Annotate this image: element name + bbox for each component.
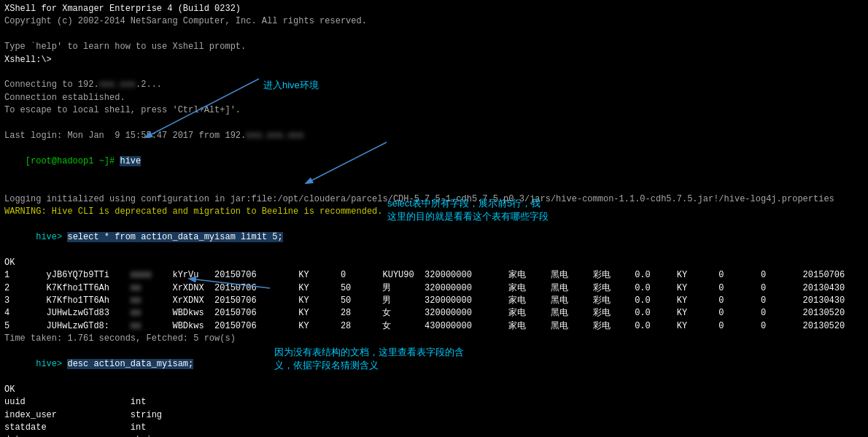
ok-line-2: OK [4, 384, 864, 396]
header-line-4: Xshell:\> [4, 54, 864, 66]
hive-prompt-2: hive> [36, 359, 67, 369]
desc-uuid: uuid int [4, 396, 864, 409]
annotation-enter-hive: 进入hive环境 [263, 79, 319, 92]
time-taken: Time taken: 1.761 seconds, Fetched: 5 ro… [4, 333, 864, 345]
table-row-2: 3 K7Kfho1TT6Ah xx XrXDNX 20150706 KY 50 … [4, 295, 864, 307]
blank-4 [4, 180, 864, 193]
table-row-1: 2 K7Kfho1TT6Ah xx XrXDNX 20150706 KY 50 … [4, 282, 864, 295]
connect-line-3: To escape to local shell, press 'Ctrl+Al… [4, 104, 864, 117]
terminal-window: XShell for Xmanager Enterprise 4 (Build … [0, 0, 868, 437]
annotation-select-line1: select表中所有字段，展示前5行，我 [387, 197, 549, 210]
hive-select-prompt: hive> select * from action_data_myisam l… [4, 219, 864, 257]
ok-line-1: OK [4, 257, 864, 269]
table-row-3: 4 JUHwLzwGTd83 xx WBDkws 20150706 KY 28 … [4, 307, 864, 320]
hive-command: hive [120, 156, 141, 166]
table-row-0: 1 yJB6YQ7b9TTi xxxx kYrVu 20150706 KY 0 … [4, 269, 864, 282]
row5-col3: WBDkws [172, 321, 204, 331]
row3-col3: XrXDNX [172, 295, 204, 306]
row2-uuid: K7Kfho1TT6Ah [47, 283, 109, 293]
annotation-select-line2: 这里的目的就是看看这个表有哪些字段 [387, 210, 549, 223]
row1-date: 20150706 [214, 270, 257, 280]
annotation-desc-line2: 义，依据字段名猜测含义 [274, 359, 464, 372]
connect-line-2: Connection established. [4, 92, 864, 104]
hive-prompt-1: hive> [36, 232, 67, 242]
table-row-4: 5 JUHwLzwGTd8: xx WBDkws 20150706 KY 28 … [4, 320, 864, 333]
prompt-user: [root@hadoop1 ~]# [26, 156, 120, 166]
row2-col3: XrXDNX [172, 283, 204, 293]
desc-index-user: index_user string [4, 409, 864, 422]
header-line-2: Copyright (c) 2002-2014 NetSarang Comput… [4, 15, 864, 28]
header-blank-1 [4, 28, 864, 41]
row1-uuid: yJB6YQ7b9TTi [47, 270, 109, 280]
annotation-desc-line1: 因为没有表结构的文档，这里查看表字段的含 [274, 346, 464, 359]
blank-2 [4, 66, 864, 79]
desc-statdate: statdate int [4, 422, 864, 434]
annotation-select: select表中所有字段，展示前5行，我 这里的目的就是看看这个表有哪些字段 [387, 197, 549, 223]
blank-3 [4, 117, 864, 130]
row5-uuid: JUHwLzwGTd8: [47, 321, 109, 331]
row4-col3: WBDkws [172, 308, 204, 318]
row1-col3: kYrVu [172, 270, 198, 280]
desc-cmd: desc action_data_myisam; [67, 359, 193, 369]
row3-uuid: K7Kfho1TT6Ah [47, 295, 109, 306]
select-cmd: select * from action_data_myisam limit 5… [67, 232, 282, 242]
hive-prompt-line: [root@hadoop1 ~]# hive [4, 142, 864, 180]
header-line-3: Type `help' to learn how to use Xshell p… [4, 41, 864, 53]
row4-uuid: JUHwLzwGTd83 [47, 308, 109, 318]
annotation-desc: 因为没有表结构的文档，这里查看表字段的含 义，依据字段名猜测含义 [274, 346, 464, 372]
header-line-1: XShell for Xmanager Enterprise 4 (Build … [4, 3, 864, 15]
last-login: Last login: Mon Jan 9 15:55:47 2017 from… [4, 130, 864, 142]
connect-line-1: Connecting to 192.xxx.xxx.2... [4, 79, 864, 91]
desc-datasource: datasource string [4, 434, 864, 437]
